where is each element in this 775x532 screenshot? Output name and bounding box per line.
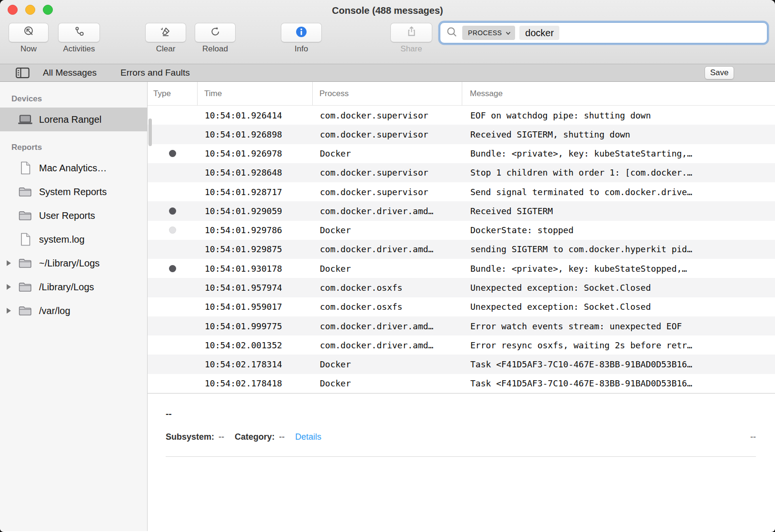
chevron-down-icon: [506, 29, 511, 37]
cell-message: Send signal terminated to com.docker.dri…: [462, 187, 775, 197]
table-header: Type Time Process Message: [148, 82, 775, 106]
cell-message: Received SIGTERM, shutting down: [462, 129, 775, 139]
sidebar-item-label: system.log: [39, 234, 85, 245]
tab-errors-and-faults[interactable]: Errors and Faults: [120, 64, 190, 81]
table-row[interactable]: 10:54:01.957974com.docker.osxfsUnexpecte…: [148, 278, 775, 297]
info-icon: [295, 26, 308, 40]
cell-time: 10:54:01.929059: [197, 206, 312, 216]
detail-meta: Subsystem: -- Category: -- Details --: [166, 432, 756, 442]
cell-process: Docker: [312, 378, 462, 388]
cell-process: Docker: [312, 148, 462, 158]
share-button[interactable]: Share: [390, 23, 432, 54]
detail-divider: [166, 456, 756, 457]
sidebar: DevicesLorena RangelReportsMac Analytics…: [0, 82, 148, 531]
sidebar-item-mac-analytics[interactable]: Mac Analytics…: [0, 156, 147, 180]
search-filter-token[interactable]: PROCESS: [462, 26, 515, 40]
sidebar-toggle-button[interactable]: [16, 68, 30, 79]
cell-message: sending SIGTERM to com.docker.hyperkit p…: [462, 244, 775, 254]
table-row[interactable]: 10:54:01.929059com.docker.driver.amd…Rec…: [148, 201, 775, 220]
cell-time: 10:54:01.926898: [197, 129, 312, 139]
console-window: Console (488 messages) Now: [0, 0, 775, 532]
zoom-window-button[interactable]: [43, 5, 53, 15]
sidebar-item-label: /Library/Logs: [39, 282, 94, 293]
subsystem-label: Subsystem:: [166, 432, 214, 442]
sidebar-item-library-logs[interactable]: /Library/Logs: [0, 275, 147, 299]
table-row[interactable]: 10:54:02.178418DockerTask <F41D5AF3-7C10…: [148, 374, 775, 393]
filter-bar: All Messages Errors and Faults Save: [0, 64, 775, 82]
cell-type: [148, 150, 197, 157]
log-level-dot-icon: [169, 227, 176, 234]
cell-process: com.docker.osxfs: [312, 283, 462, 293]
sidebar-item-system-reports[interactable]: System Reports: [0, 180, 147, 204]
column-header-time[interactable]: Time: [197, 82, 312, 105]
minimize-window-button[interactable]: [25, 5, 35, 15]
cell-process: com.docker.supervisor: [312, 167, 462, 177]
scrollbar-thumb[interactable]: [149, 118, 152, 146]
log-level-dot-icon: [169, 265, 176, 272]
table-row[interactable]: 10:54:01.926414com.docker.supervisorEOF …: [148, 106, 775, 125]
table-row[interactable]: 10:54:01.929875com.docker.driver.amd…sen…: [148, 240, 775, 259]
cell-time: 10:54:01.999775: [197, 321, 312, 331]
column-header-message[interactable]: Message: [462, 82, 775, 105]
tab-all-messages[interactable]: All Messages: [43, 64, 97, 81]
cell-message: DockerState: stopped: [462, 225, 775, 235]
cell-time: 10:54:01.928717: [197, 187, 312, 197]
table-row[interactable]: 10:54:01.926978DockerBundle: <private>, …: [148, 144, 775, 163]
reload-button[interactable]: Reload: [195, 23, 236, 54]
sidebar-item-user-reports[interactable]: User Reports: [0, 204, 147, 227]
jump-to-now-icon: [22, 25, 35, 40]
cell-process: com.docker.driver.amd…: [312, 206, 462, 216]
sidebar-item-lorena-rangel[interactable]: Lorena Rangel: [0, 108, 147, 131]
cell-message: EOF on watchdog pipe: shutting down: [462, 110, 775, 120]
column-header-process[interactable]: Process: [312, 82, 462, 105]
search-input[interactable]: PROCESS docker: [440, 22, 767, 43]
sidebar-item-label: Lorena Rangel: [39, 114, 101, 125]
sidebar-item-library-logs[interactable]: ~/Library/Logs: [0, 251, 147, 275]
table-row[interactable]: 10:54:01.929786DockerDockerState: stoppe…: [148, 221, 775, 240]
table-row[interactable]: 10:54:01.928648com.docker.supervisorStop…: [148, 163, 775, 182]
column-header-type[interactable]: Type: [148, 82, 197, 105]
activities-button[interactable]: Activities: [58, 23, 100, 54]
detail-title: --: [166, 409, 756, 419]
folder-icon: [17, 305, 33, 316]
cell-message: Error resync osxfs, waiting 2s before re…: [462, 340, 775, 350]
sidebar-item-system-log[interactable]: system.log: [0, 227, 147, 251]
window-chrome: Console (488 messages) Now: [0, 0, 775, 64]
sidebar-item-label: User Reports: [39, 210, 95, 221]
disclosure-triangle-icon[interactable]: [7, 308, 11, 314]
titlebar: Console (488 messages): [0, 0, 775, 20]
sidebar-section-header-reports: Reports: [0, 139, 147, 156]
table-row[interactable]: 10:54:01.928717com.docker.supervisorSend…: [148, 182, 775, 201]
clear-button[interactable]: Clear: [145, 23, 186, 54]
info-button[interactable]: Info: [281, 23, 322, 54]
log-pane: Type Time Process Message 10:54:01.92641…: [148, 82, 775, 531]
cell-process: com.docker.driver.amd…: [312, 244, 462, 254]
table-row[interactable]: 10:54:01.959017com.docker.osxfsUnexpecte…: [148, 297, 775, 316]
sidebar-item-var-log[interactable]: /var/log: [0, 299, 147, 323]
category-label: Category:: [235, 432, 275, 442]
clear-icon: [159, 25, 172, 40]
save-button[interactable]: Save: [705, 66, 734, 79]
table-row[interactable]: 10:54:02.178314DockerTask <F41D5AF3-7C10…: [148, 355, 775, 374]
document-icon: [17, 233, 33, 246]
close-window-button[interactable]: [8, 5, 18, 15]
disclosure-triangle-icon[interactable]: [7, 260, 11, 266]
details-link[interactable]: Details: [295, 432, 321, 442]
folder-icon: [17, 258, 33, 268]
cell-time: 10:54:02.178314: [197, 359, 312, 369]
folder-icon: [17, 282, 33, 292]
table-row[interactable]: 10:54:02.001352com.docker.driver.amd…Err…: [148, 335, 775, 355]
cell-process: com.docker.supervisor: [312, 187, 462, 197]
log-level-dot-icon: [169, 150, 176, 157]
disclosure-triangle-icon[interactable]: [7, 284, 11, 290]
cell-process: com.docker.supervisor: [312, 110, 462, 120]
toolbar: Now Activities: [0, 20, 775, 64]
window-title: Console (488 messages): [0, 0, 775, 21]
content: DevicesLorena RangelReportsMac Analytics…: [0, 82, 775, 531]
table-row[interactable]: 10:54:01.930178DockerBundle: <private>, …: [148, 259, 775, 278]
table-row[interactable]: 10:54:01.926898com.docker.supervisorRece…: [148, 125, 775, 144]
now-button[interactable]: Now: [9, 23, 49, 54]
detail-pane: -- Subsystem: -- Category: -- Details --: [148, 394, 775, 531]
cell-type: [148, 265, 197, 272]
table-row[interactable]: 10:54:01.999775com.docker.driver.amd…Err…: [148, 316, 775, 335]
